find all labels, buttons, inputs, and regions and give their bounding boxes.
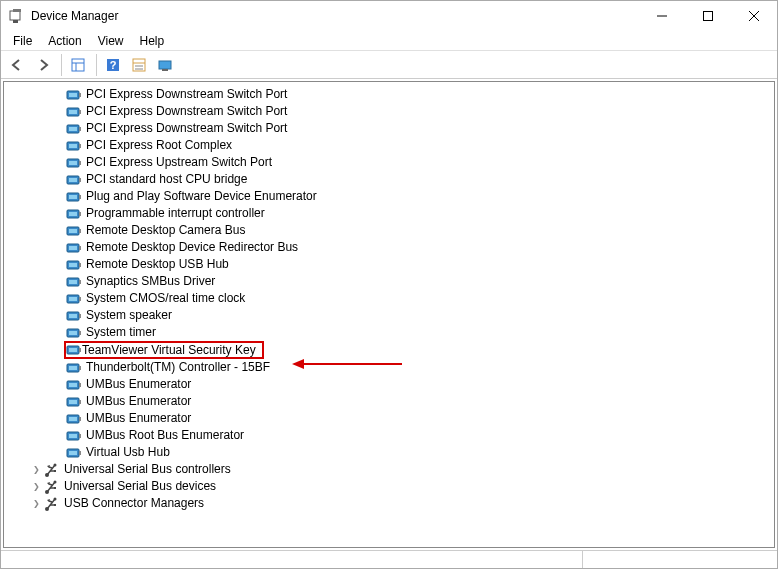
device-row[interactable]: UMBus Enumerator [4, 376, 774, 393]
svg-rect-49 [69, 263, 77, 267]
device-icon [66, 240, 82, 256]
category-label: Universal Serial Bus controllers [64, 461, 231, 478]
svg-line-96 [49, 484, 52, 485]
menu-action[interactable]: Action [40, 32, 89, 50]
svg-rect-1 [13, 9, 21, 12]
svg-rect-77 [79, 417, 81, 421]
device-icon [66, 428, 82, 444]
svg-rect-41 [79, 212, 81, 216]
expand-icon[interactable]: ❯ [30, 495, 42, 512]
svg-rect-22 [69, 110, 77, 114]
category-row[interactable]: ❯USB Connector Managers [4, 495, 774, 512]
device-label: PCI Express Upstream Switch Port [86, 154, 272, 171]
svg-rect-76 [69, 417, 77, 421]
svg-rect-26 [79, 127, 81, 131]
svg-rect-59 [79, 314, 81, 318]
device-row[interactable]: PCI Express Root Complex [4, 137, 774, 154]
svg-rect-65 [79, 348, 81, 352]
device-icon [66, 308, 82, 324]
device-icon [66, 360, 82, 376]
svg-rect-28 [69, 144, 77, 148]
svg-rect-68 [79, 366, 81, 370]
expand-icon[interactable]: ❯ [30, 461, 42, 478]
device-row[interactable]: PCI standard host CPU bridge [4, 171, 774, 188]
device-row[interactable]: Remote Desktop Camera Bus [4, 222, 774, 239]
category-row[interactable]: ❯Universal Serial Bus devices [4, 478, 774, 495]
scan-hardware-button[interactable] [153, 53, 177, 77]
device-row[interactable]: PCI Express Downstream Switch Port [4, 120, 774, 137]
svg-rect-50 [79, 263, 81, 267]
status-segment [583, 551, 777, 568]
svg-rect-44 [79, 229, 81, 233]
device-row[interactable]: UMBus Enumerator [4, 393, 774, 410]
device-label: System CMOS/real time clock [86, 290, 245, 307]
device-row[interactable]: System CMOS/real time clock [4, 290, 774, 307]
device-icon [66, 189, 82, 205]
device-row[interactable]: System timer [4, 324, 774, 341]
device-icon [66, 274, 82, 290]
highlight-annotation: TeamViewer Virtual Security Key [64, 341, 264, 359]
svg-rect-56 [79, 297, 81, 301]
forward-button[interactable] [31, 53, 55, 77]
device-row[interactable]: Virtual Usb Hub [4, 444, 774, 461]
close-button[interactable] [731, 1, 777, 31]
menu-file[interactable]: File [5, 32, 40, 50]
device-icon [66, 291, 82, 307]
device-row[interactable]: Plug and Play Software Device Enumerator [4, 188, 774, 205]
device-icon [66, 121, 82, 137]
toolbar: ? [1, 51, 777, 79]
device-icon [66, 104, 82, 120]
device-label: PCI standard host CPU bridge [86, 171, 247, 188]
device-row[interactable]: PCI Express Downstream Switch Port [4, 103, 774, 120]
category-label: USB Connector Managers [64, 495, 204, 512]
expand-icon[interactable]: ❯ [30, 478, 42, 495]
svg-point-93 [54, 480, 57, 483]
device-label: UMBus Root Bus Enumerator [86, 427, 244, 444]
svg-point-86 [54, 463, 57, 466]
device-label: Plug and Play Software Device Enumerator [86, 188, 317, 205]
device-row[interactable]: PCI Express Upstream Switch Port [4, 154, 774, 171]
svg-rect-95 [54, 487, 56, 489]
maximize-button[interactable] [685, 1, 731, 31]
device-label: PCI Express Downstream Switch Port [86, 86, 287, 103]
device-label: Programmable interrupt controller [86, 205, 265, 222]
device-row[interactable]: Synaptics SMBus Driver [4, 273, 774, 290]
device-label: Remote Desktop Device Redirector Bus [86, 239, 298, 256]
svg-rect-67 [69, 366, 77, 370]
device-icon [66, 411, 82, 427]
device-label: Remote Desktop USB Hub [86, 256, 229, 273]
device-label: UMBus Enumerator [86, 376, 191, 393]
properties-button[interactable] [127, 53, 151, 77]
device-row[interactable]: System speaker [4, 307, 774, 324]
device-label[interactable]: TeamViewer Virtual Security Key [82, 343, 256, 357]
menu-help[interactable]: Help [132, 32, 173, 50]
menu-view[interactable]: View [90, 32, 132, 50]
device-row[interactable]: UMBus Root Bus Enumerator [4, 427, 774, 444]
category-row[interactable]: ❯Universal Serial Bus controllers [4, 461, 774, 478]
svg-point-100 [54, 497, 57, 500]
device-row[interactable]: PCI Express Downstream Switch Port [4, 86, 774, 103]
device-icon [66, 342, 82, 358]
svg-rect-2 [13, 20, 18, 23]
device-row[interactable]: Remote Desktop USB Hub [4, 256, 774, 273]
device-row[interactable]: Remote Desktop Device Redirector Bus [4, 239, 774, 256]
device-row[interactable]: Programmable interrupt controller [4, 205, 774, 222]
svg-rect-32 [79, 161, 81, 165]
device-tree[interactable]: PCI Express Downstream Switch PortPCI Ex… [3, 81, 775, 548]
device-icon [66, 138, 82, 154]
device-row[interactable]: UMBus Enumerator [4, 410, 774, 427]
window-buttons [639, 1, 777, 31]
statusbar [1, 550, 777, 568]
status-segment [1, 551, 583, 568]
svg-rect-29 [79, 144, 81, 148]
back-button[interactable] [5, 53, 29, 77]
device-label: Virtual Usb Hub [86, 444, 170, 461]
minimize-button[interactable] [639, 1, 685, 31]
help-button[interactable]: ? [101, 53, 125, 77]
device-icon [66, 445, 82, 461]
svg-rect-70 [69, 383, 77, 387]
svg-rect-82 [69, 451, 77, 455]
usb-icon [44, 462, 60, 478]
device-label: System speaker [86, 307, 172, 324]
show-hide-button[interactable] [66, 53, 90, 77]
